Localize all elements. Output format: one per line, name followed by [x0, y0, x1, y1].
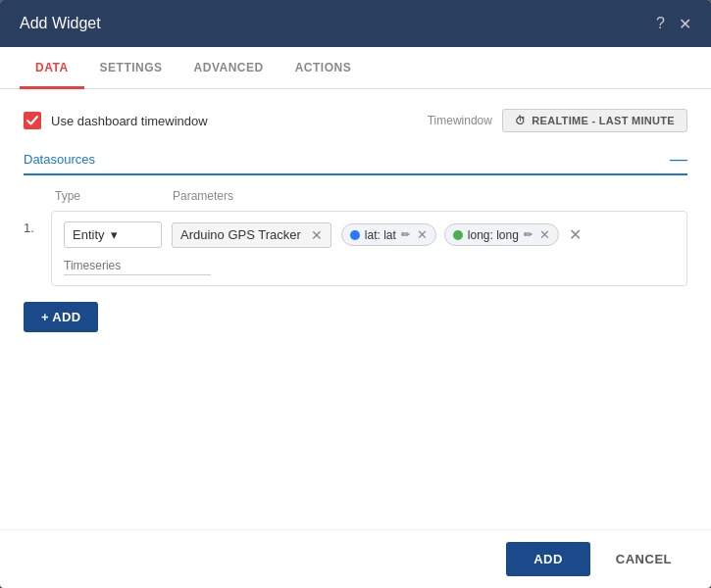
footer-add-button[interactable]: ADD — [506, 542, 590, 576]
table-header: Type Parameters — [24, 189, 687, 209]
timewindow-text: Timewindow — [428, 114, 492, 127]
tag-edit-long-icon[interactable]: ✏ — [524, 228, 533, 241]
tab-actions[interactable]: ACTIONS — [279, 47, 368, 89]
datasources-section-header: Datasources — — [24, 150, 687, 175]
tab-data[interactable]: DATA — [20, 47, 84, 89]
row-number: 1. — [24, 211, 51, 235]
dialog-footer: ADD CANCEL — [0, 529, 711, 588]
row-delete-icon[interactable]: ✕ — [569, 225, 582, 244]
row-content: Entity ▾ Arduino GPS Tracker ✕ lat: lat … — [51, 211, 687, 286]
entity-type-label: Entity — [73, 227, 105, 242]
add-widget-dialog: Add Widget ? ✕ DATA SETTINGS ADVANCED AC… — [0, 0, 711, 588]
tag-dot-blue — [350, 230, 360, 240]
dialog-header: Add Widget ? ✕ — [0, 0, 711, 47]
timewindow-button-label: REALTIME - LAST MINUTE — [532, 115, 675, 126]
timewindow-checkbox-label: Use dashboard timewindow — [51, 114, 208, 128]
dropdown-arrow-icon: ▾ — [111, 227, 118, 242]
parameters-column-header: Parameters — [173, 189, 687, 203]
tags-row: lat: lat ✏ ✕ long: long ✏ ✕ — [341, 223, 559, 246]
tag-lat-label: lat: lat — [365, 228, 396, 242]
tab-settings[interactable]: SETTINGS — [84, 47, 178, 89]
use-dashboard-timewindow-label[interactable]: Use dashboard timewindow — [24, 112, 208, 129]
entity-name-input[interactable]: Arduino GPS Tracker ✕ — [172, 222, 331, 248]
timewindow-button[interactable]: ⏱ REALTIME - LAST MINUTE — [502, 109, 687, 132]
clear-entity-icon[interactable]: ✕ — [311, 227, 323, 243]
collapse-icon[interactable]: — — [670, 150, 687, 168]
close-icon[interactable]: ✕ — [679, 15, 691, 33]
tab-bar: DATA SETTINGS ADVANCED ACTIONS — [0, 47, 711, 89]
dialog-title: Add Widget — [20, 15, 101, 32]
tag-dot-green — [453, 230, 463, 240]
dialog-body: Use dashboard timewindow Timewindow ⏱ RE… — [0, 89, 711, 529]
help-icon[interactable]: ? — [656, 15, 665, 32]
add-datasource-label: + ADD — [41, 310, 80, 324]
timewindow-right: Timewindow ⏱ REALTIME - LAST MINUTE — [428, 109, 687, 132]
tag-edit-lat-icon[interactable]: ✏ — [401, 228, 410, 241]
timeseries-input[interactable] — [64, 257, 211, 275]
row-top: Entity ▾ Arduino GPS Tracker ✕ lat: lat … — [64, 221, 675, 248]
timewindow-row: Use dashboard timewindow Timewindow ⏱ RE… — [24, 109, 687, 132]
timewindow-checkbox[interactable] — [24, 112, 41, 129]
footer-cancel-button[interactable]: CANCEL — [600, 542, 687, 576]
datasources-title: Datasources — [24, 152, 95, 167]
tag-close-lat-icon[interactable]: ✕ — [417, 227, 428, 242]
clock-icon: ⏱ — [515, 115, 526, 126]
tag-close-long-icon[interactable]: ✕ — [539, 227, 550, 242]
entity-name-value: Arduino GPS Tracker — [180, 227, 301, 242]
tag-long: long: long ✏ ✕ — [444, 223, 559, 246]
entity-type-select[interactable]: Entity ▾ — [64, 221, 162, 248]
tag-long-label: long: long — [468, 228, 519, 242]
header-icons: ? ✕ — [656, 15, 691, 33]
add-datasource-button[interactable]: + ADD — [24, 302, 98, 332]
type-column-header: Type — [55, 189, 173, 203]
tab-advanced[interactable]: ADVANCED — [178, 47, 279, 89]
timeseries-row — [64, 256, 675, 275]
table-row: 1. Entity ▾ Arduino GPS Tracker ✕ — [24, 211, 687, 286]
tag-lat: lat: lat ✏ ✕ — [341, 223, 436, 246]
